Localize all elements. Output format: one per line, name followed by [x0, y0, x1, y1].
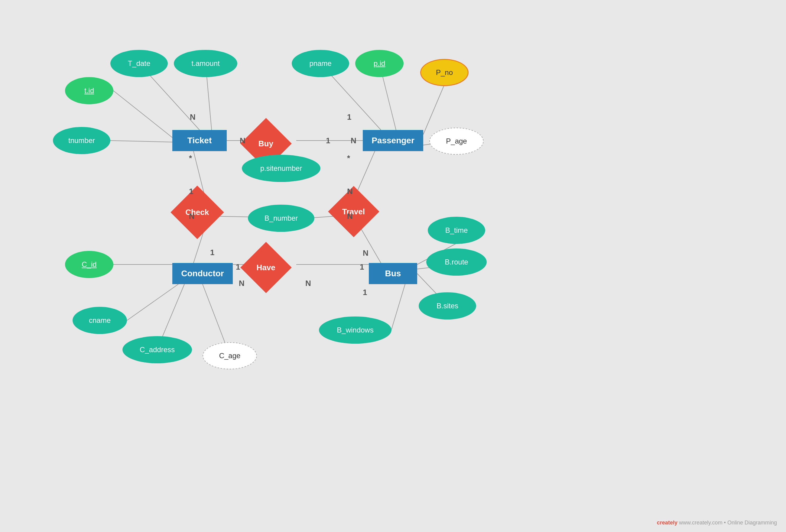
cardinality-passenger-top: 1 [347, 112, 351, 122]
entity-bus: Bus [369, 263, 417, 284]
entity-conductor: Conductor [172, 263, 233, 284]
cardinality-check-top: 1 [189, 187, 193, 196]
cardinality-ticket-bottom: * [189, 154, 192, 163]
attribute-cname: cname [73, 307, 127, 334]
cardinality-passenger-buy: 1 [326, 136, 330, 145]
svg-line-2 [113, 91, 172, 138]
cardinality-bus-top: N [363, 249, 369, 258]
attribute-c-age: C_age [203, 342, 257, 369]
attribute-b-number: B_number [248, 205, 315, 232]
cardinality-have-n2: N [305, 279, 311, 288]
entity-passenger: Passenger [363, 130, 423, 151]
svg-line-8 [423, 85, 444, 135]
cardinality-have-bus: 1 [360, 262, 364, 272]
svg-line-15 [315, 216, 336, 218]
cardinality-bus-bottom: 1 [363, 288, 367, 297]
attribute-b-route: B.route [426, 249, 487, 276]
entity-ticket: Ticket [172, 130, 227, 151]
relationship-travel: Travel [328, 186, 379, 237]
cardinality-conductor-check2: 1 [236, 262, 240, 272]
attribute-b-sites: B.sites [419, 292, 476, 320]
attribute-p-id: p.id [355, 50, 403, 77]
cardinality-ticket-top: N [190, 112, 195, 122]
svg-line-18 [127, 284, 178, 320]
svg-line-25 [392, 284, 405, 329]
cardinality-travel-bottom: N [347, 212, 353, 221]
attribute-b-time: B_time [428, 217, 485, 244]
cardinality-have-n1: N [239, 279, 245, 288]
relationship-check: Check [170, 186, 224, 239]
attribute-c-address: C_address [122, 336, 192, 363]
cardinality-passenger-bottom: * [347, 154, 350, 163]
attribute-c-id: C_id [65, 251, 113, 278]
attribute-t-id: t.id [65, 77, 113, 104]
svg-line-3 [110, 141, 172, 142]
cardinality-ticket-buy: N [240, 136, 246, 145]
watermark: creately www.creately.com • Online Diagr… [657, 519, 777, 526]
attribute-pname: pname [292, 50, 349, 77]
attribute-p-no: P_no [420, 59, 468, 86]
attribute-p-age: P_age [429, 128, 484, 155]
cardinality-buy-n2: N [351, 136, 356, 145]
attribute-b-windows: B_windows [319, 317, 392, 344]
cardinality-check-bottom: N [189, 212, 195, 221]
attribute-t-date: T_date [110, 50, 168, 77]
relationship-have: Have [240, 242, 292, 293]
attribute-tnumber: tnumber [53, 127, 110, 154]
cardinality-conductor-check1: 1 [210, 248, 214, 257]
attribute-p-sitenumber: p.sitenumber [242, 155, 320, 182]
attribute-t-amount: t.amount [174, 50, 237, 77]
cardinality-travel-top: N [347, 187, 353, 196]
